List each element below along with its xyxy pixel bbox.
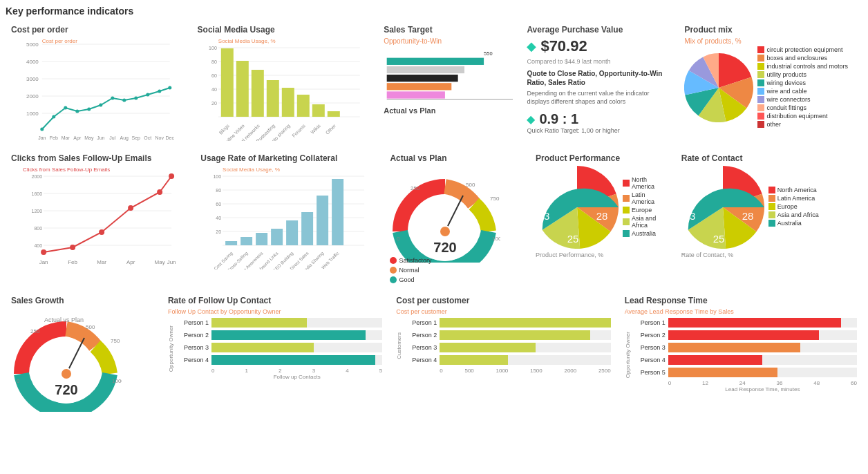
svg-text:750: 750 [484, 102, 491, 102]
svg-point-17 [111, 97, 114, 100]
svg-text:720: 720 [55, 382, 77, 397]
svg-rect-116 [317, 196, 328, 245]
lead-response-title: Lead Response Time [625, 296, 857, 305]
svg-text:Nov: Nov [155, 135, 164, 140]
follow-up-person-1: Person 1 [177, 319, 211, 326]
cost-per-order-chart: 5000 4000 3000 2000 1000 Cost per order [11, 37, 184, 141]
svg-rect-114 [286, 220, 298, 245]
dashboard: Key performance indicators Cost per orde… [0, 0, 868, 426]
svg-rect-48 [236, 61, 248, 117]
svg-rect-113 [271, 229, 283, 245]
ratio-note: Quick Ratio Target: 1,00 or higher [527, 127, 670, 135]
svg-text:Apr: Apr [73, 135, 82, 141]
follow-up-contact-subtitle: Follow Up Contact by Opportunity Owner [168, 308, 382, 315]
svg-text:Blogs: Blogs [218, 123, 230, 135]
follow-up-row-1: Person 1 [177, 318, 382, 328]
svg-text:100: 100 [214, 174, 222, 179]
svg-point-86 [41, 249, 46, 255]
product-mix-legend: circuit protection equipment boxes and e… [757, 46, 848, 129]
svg-rect-51 [281, 88, 294, 117]
rate-of-contact-card: Rate of Contact 28 25 23 17 7 North Amer… [676, 149, 862, 289]
lead-response-bar-5 [668, 368, 777, 377]
svg-rect-50 [266, 80, 279, 117]
svg-text:1000: 1000 [507, 102, 513, 102]
svg-text:60: 60 [211, 73, 217, 78]
lead-response-row-2: Person 2 [634, 330, 857, 340]
svg-rect-65 [387, 66, 464, 73]
rate-of-contact-svg: 28 25 23 17 7 [681, 166, 764, 249]
sales-growth-gauge: 720 0 250 500 750 1000 Actual vs Plan [11, 308, 122, 412]
svg-point-12 [52, 115, 55, 119]
lead-response-bar-4 [668, 355, 763, 365]
follow-up-bars: Person 1 Person 2 Person 3 [177, 318, 382, 380]
svg-point-21 [158, 90, 161, 93]
svg-text:Jan: Jan [38, 135, 46, 140]
svg-point-18 [122, 99, 126, 102]
lead-response-row-4: Person 4 [634, 355, 857, 365]
svg-text:4000: 4000 [26, 59, 39, 65]
svg-text:23: 23 [683, 210, 695, 222]
svg-text:3000: 3000 [26, 76, 39, 82]
lead-response-person-2: Person 2 [634, 332, 668, 339]
svg-text:7: 7 [570, 166, 576, 176]
svg-text:0: 0 [387, 102, 390, 102]
cost-customer-track-3 [440, 343, 610, 352]
svg-text:Oct: Oct [144, 135, 151, 140]
lead-response-chart: Opportunity Owner Person 1 Person 2 [625, 318, 857, 392]
svg-rect-47 [220, 48, 233, 117]
row-3: Sales Growth 720 0 250 500 750 [6, 292, 862, 417]
follow-up-person-3: Person 3 [177, 344, 211, 351]
svg-text:20: 20 [216, 229, 222, 234]
cost-customer-person-4: Person 4 [405, 357, 440, 363]
svg-text:Mar: Mar [62, 135, 70, 140]
svg-point-89 [128, 205, 133, 211]
svg-text:7: 7 [716, 166, 721, 176]
follow-up-x-label: Follow up Contacts [177, 374, 382, 380]
svg-text:250: 250 [411, 185, 420, 191]
follow-up-person-4: Person 4 [177, 357, 211, 363]
svg-text:Jun: Jun [97, 135, 104, 140]
rate-of-contact-pie: 28 25 23 17 7 North America Latin Americ… [681, 166, 857, 249]
lead-response-y-label: Opportunity Owner [625, 332, 631, 378]
product-mix-subtitle: Mix of products, % [684, 37, 857, 45]
sales-target-title: Sales Target [384, 25, 513, 35]
lead-response-x-axis: 0 12 24 36 48 60 [634, 380, 857, 386]
svg-text:25: 25 [713, 233, 724, 245]
follow-up-track-3 [211, 343, 382, 352]
svg-text:720: 720 [434, 240, 457, 255]
svg-text:1600: 1600 [32, 191, 43, 196]
svg-text:750: 750 [111, 338, 120, 344]
svg-text:500: 500 [466, 182, 475, 188]
follow-up-row-4: Person 4 [177, 355, 382, 365]
cost-customer-bar-1 [440, 318, 610, 328]
svg-text:Social Media Usage, %: Social Media Usage, % [218, 38, 275, 44]
product-mix-svg [684, 53, 753, 122]
follow-up-x-axis: 0 1 2 3 4 5 [177, 368, 382, 374]
cost-customer-person-3: Person 3 [405, 344, 440, 351]
lead-response-row-5: Person 5 [634, 368, 857, 377]
svg-text:1200: 1200 [32, 209, 43, 214]
svg-point-88 [99, 229, 104, 235]
svg-text:400: 400 [34, 243, 42, 248]
svg-point-147 [61, 368, 72, 379]
sales-target-chart: 550 0 250 500 750 1000 [384, 47, 513, 102]
follow-up-track-1 [211, 318, 382, 328]
actual-vs-plan-gauge-title: Actual vs Plan [390, 153, 522, 163]
svg-point-90 [157, 189, 162, 195]
lead-response-subtitle: Average Lead Response Time by Sales [625, 308, 857, 315]
lead-response-person-1: Person 1 [634, 319, 668, 326]
svg-point-14 [75, 110, 79, 113]
diamond-icon: ◆ [527, 39, 536, 54]
avg-purchase-desc: Depending on the current value the indic… [527, 90, 670, 106]
svg-rect-66 [387, 75, 458, 82]
svg-text:17: 17 [692, 177, 704, 189]
lead-response-x-label: Lead Response Time, minutes [634, 386, 857, 392]
svg-text:Social Media Usage, %: Social Media Usage, % [223, 167, 280, 173]
svg-text:80: 80 [216, 188, 222, 193]
follow-up-y-label: Opportunity Owner [168, 325, 174, 372]
svg-point-19 [134, 97, 138, 100]
lead-response-row-1: Person 1 [634, 318, 857, 328]
follow-up-contact-card: Rate of Follow Up Contact Follow Up Cont… [162, 292, 388, 417]
product-performance-pie: 28 25 23 17 7 North America Latin Americ… [536, 166, 668, 249]
svg-text:Feb: Feb [50, 135, 58, 140]
